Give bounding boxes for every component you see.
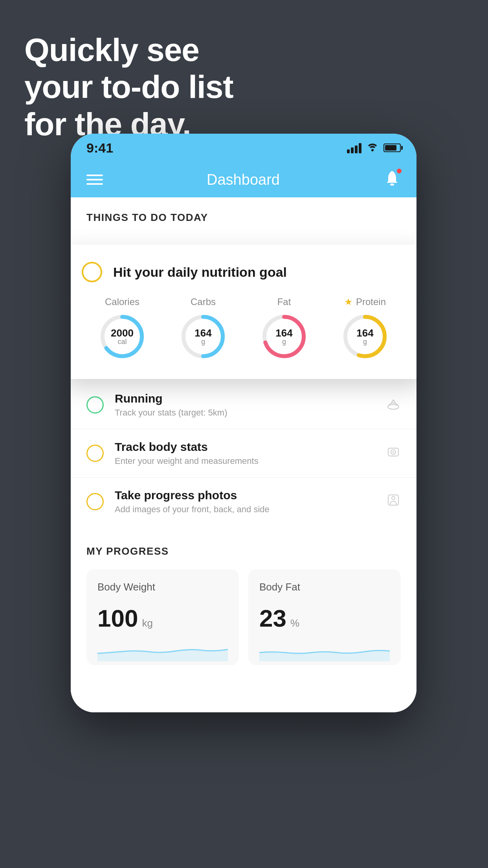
body-weight-unit: kg — [142, 617, 152, 629]
svg-point-4 — [393, 451, 394, 453]
list-item-photos[interactable]: Take progress photos Add images of your … — [71, 478, 416, 526]
body-fat-value: 23 — [259, 604, 286, 632]
notification-bell[interactable] — [383, 169, 401, 190]
body-weight-value-row: 100 kg — [97, 604, 228, 632]
running-circle — [86, 396, 104, 414]
scale-icon — [386, 444, 401, 462]
nutrition-grid: Calories 2000 cal Carbs — [82, 296, 405, 360]
calories-ring: 2000 cal — [99, 313, 146, 360]
person-icon — [386, 493, 401, 511]
progress-header: MY PROGRESS — [86, 545, 401, 557]
body-stats-circle — [86, 445, 104, 462]
body-weight-chart — [97, 642, 228, 665]
card-header: Hit your daily nutrition goal — [82, 262, 405, 282]
things-to-do-header: THINGS TO DO TODAY — [71, 197, 416, 232]
nav-title: Dashboard — [207, 171, 280, 188]
main-content: THINGS TO DO TODAY Running Track your st… — [71, 197, 416, 712]
body-fat-title: Body Fat — [259, 581, 390, 593]
running-icon — [386, 396, 401, 414]
progress-cards: Body Weight 100 kg Body Fat — [86, 569, 401, 665]
photos-title: Take progress photos — [115, 489, 375, 502]
status-bar: 9:41 — [71, 134, 416, 162]
wifi-icon — [366, 142, 379, 154]
running-title: Running — [115, 392, 375, 405]
body-weight-value: 100 — [97, 604, 138, 632]
card-check-circle — [82, 262, 102, 282]
card-title: Hit your daily nutrition goal — [113, 265, 287, 280]
carbs-ring: 164 g — [180, 313, 227, 360]
signal-icon — [347, 142, 361, 153]
body-weight-title: Body Weight — [97, 581, 228, 593]
running-text: Running Track your stats (target: 5km) — [115, 392, 375, 418]
protein-ring: 164 g — [341, 313, 389, 360]
protein-label-text: Protein — [356, 296, 386, 307]
body-weight-card: Body Weight 100 kg — [86, 569, 239, 665]
photos-subtitle: Add images of your front, back, and side — [115, 504, 375, 515]
list-item-body-stats[interactable]: Track body stats Enter your weight and m… — [71, 429, 416, 478]
body-fat-unit: % — [290, 617, 299, 629]
nutrition-protein: ★ Protein 164 g — [341, 296, 389, 360]
nav-bar: Dashboard — [71, 162, 416, 197]
list-item-running[interactable]: Running Track your stats (target: 5km) — [71, 381, 416, 429]
body-stats-text: Track body stats Enter your weight and m… — [115, 440, 375, 466]
carbs-label: Carbs — [191, 296, 216, 307]
svg-rect-0 — [390, 184, 394, 186]
photos-circle — [86, 493, 104, 510]
battery-icon — [383, 143, 401, 152]
body-stats-title: Track body stats — [115, 440, 375, 454]
status-time: 9:41 — [86, 140, 113, 156]
photos-text: Take progress photos Add images of your … — [115, 489, 375, 515]
body-fat-value-row: 23 % — [259, 604, 390, 632]
svg-point-6 — [392, 497, 395, 500]
notification-dot — [396, 168, 402, 174]
background-headline: Quickly see your to-do list for the day. — [24, 31, 233, 143]
running-subtitle: Track your stats (target: 5km) — [115, 408, 375, 418]
phone-bottom — [71, 689, 416, 712]
hamburger-menu[interactable] — [86, 175, 103, 185]
nutrition-card: Hit your daily nutrition goal Calories 2… — [71, 245, 416, 379]
calories-label: Calories — [105, 296, 139, 307]
phone-mockup: 9:41 Dashboard THINGS — [71, 134, 416, 712]
body-stats-subtitle: Enter your weight and measurements — [115, 456, 375, 466]
fat-label: Fat — [277, 296, 291, 307]
progress-section: MY PROGRESS Body Weight 100 kg — [71, 526, 416, 689]
nutrition-carbs: Carbs 164 g — [180, 296, 227, 360]
nutrition-fat: Fat 164 g — [261, 296, 308, 360]
nutrition-calories: Calories 2000 cal — [99, 296, 146, 360]
status-icons — [347, 142, 401, 154]
protein-label: ★ Protein — [344, 296, 386, 307]
body-fat-chart — [259, 642, 390, 665]
star-icon: ★ — [344, 296, 353, 307]
fat-ring: 164 g — [261, 313, 308, 360]
body-fat-card: Body Fat 23 % — [248, 569, 401, 665]
